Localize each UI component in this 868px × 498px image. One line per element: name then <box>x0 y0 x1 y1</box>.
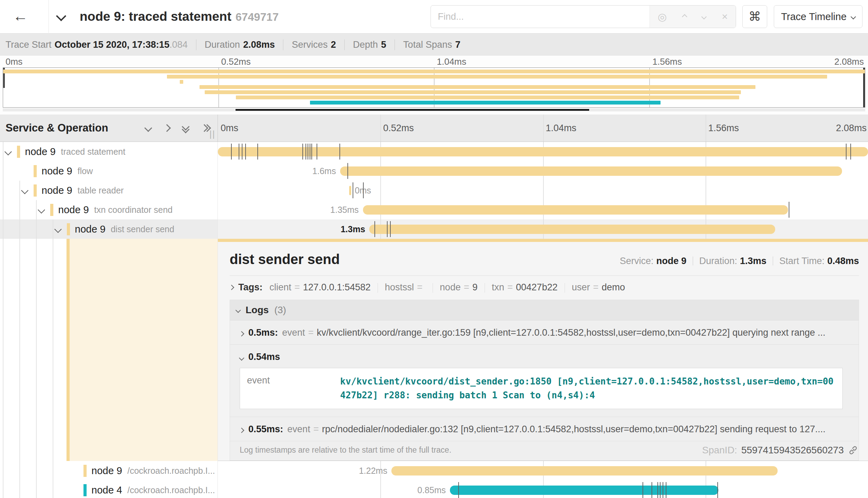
view-selector-button[interactable]: Trace Timeline <box>774 5 862 28</box>
trace-meta-item: Depth5 <box>344 39 386 50</box>
collapse-all-icon[interactable] <box>183 124 188 132</box>
deep-link-icon[interactable] <box>848 445 858 455</box>
span-row[interactable]: node 9flow1.6ms <box>0 161 868 181</box>
next-match-icon[interactable] <box>701 14 707 19</box>
span-duration-label: 1.22ms <box>359 461 387 480</box>
chevron-down-icon <box>236 307 241 313</box>
span-row[interactable]: node 9txn coordinator send1.35ms <box>0 200 868 219</box>
log-row-expanded[interactable]: 0.54ms event kv/kvclient/kvcoord/dist_se… <box>230 344 859 417</box>
clear-find-icon[interactable]: × <box>722 11 728 22</box>
column-title: Service & Operation <box>6 122 108 134</box>
chevron-down-icon[interactable] <box>54 226 62 233</box>
span-duration-bar[interactable] <box>349 186 351 195</box>
log-marker-tick <box>846 144 847 160</box>
ruler-tick-label: 0.52ms <box>221 56 251 67</box>
span-duration-bar[interactable] <box>369 225 775 234</box>
span-name: node 9/cockroach.roachpb.I... <box>91 461 215 480</box>
service-color-bar <box>83 465 87 477</box>
trace-meta-item: Trace StartOctober 15 2020, 17:38:15.084 <box>6 39 188 50</box>
span-tree-cell[interactable]: node 9flow <box>0 161 218 181</box>
chevron-down-icon[interactable] <box>21 187 28 194</box>
collapse-one-icon[interactable] <box>144 124 152 132</box>
collapse-trace-chevron-icon[interactable] <box>57 12 65 21</box>
chevron-down-icon[interactable] <box>38 206 45 214</box>
log-marker-tick <box>302 144 303 160</box>
log-row[interactable]: 0.5ms:event=kv/kvclient/kvcoord/range_it… <box>230 320 859 344</box>
span-duration-bar[interactable] <box>450 486 718 495</box>
minimap-span-bar <box>167 75 827 79</box>
column-resize-handle[interactable]: || <box>209 129 215 139</box>
span-row[interactable]: node 9dist sender send1.3ms <box>0 219 868 239</box>
expanded-tree-column <box>0 239 218 461</box>
gridline <box>543 115 544 142</box>
minimap-scrollbar-handle[interactable] <box>236 109 589 111</box>
log-marker-tick <box>353 182 353 198</box>
log-marker-tick <box>339 144 340 160</box>
log-marker-tick <box>657 482 658 498</box>
log-row[interactable]: 0.55ms:event=rpc/nodedialer/nodedialer.g… <box>230 417 859 441</box>
span-color-strip <box>218 239 868 242</box>
span-duration-bar[interactable] <box>218 147 868 156</box>
span-duration-bar[interactable] <box>340 166 842 176</box>
gridline <box>706 181 706 200</box>
minimap-span-bar <box>310 101 661 105</box>
minimap-scrollbar[interactable] <box>3 108 865 111</box>
span-tree-cell[interactable]: node 9txn coordinator send <box>0 200 218 219</box>
keyboard-shortcuts-button[interactable]: ⌘ <box>742 5 767 28</box>
span-detail-panel: dist sender send Service:node 9Duration:… <box>218 239 868 461</box>
timeline-row[interactable]: 1.35ms <box>218 200 868 219</box>
span-tree-cell[interactable]: node 9traced statement <box>0 142 218 161</box>
prev-match-icon[interactable] <box>682 14 687 19</box>
timeline-row[interactable]: 1.6ms <box>218 161 868 181</box>
span-tree-cell[interactable]: node 4/cockroach.roachpb.I... <box>0 480 218 498</box>
span-name: node 9traced statement <box>25 142 125 161</box>
expand-one-icon[interactable] <box>163 124 171 132</box>
ruler-tick-label: 1.56ms <box>653 56 682 67</box>
timeline-row[interactable]: 1.22ms <box>218 461 868 480</box>
indent-guide <box>3 161 3 181</box>
span-row[interactable]: node 9/cockroach.roachpb.I...1.22ms <box>0 461 868 480</box>
indent-guide <box>36 480 37 498</box>
span-tree-cell[interactable]: node 9dist sender send <box>0 219 218 239</box>
span-row[interactable]: node 9traced statement <box>0 142 868 161</box>
span-row[interactable]: node 4/cockroach.roachpb.I...0.85ms <box>0 480 868 498</box>
indent-guide <box>19 200 20 219</box>
timeline-row[interactable]: 0ms <box>218 181 868 200</box>
logs-section: Logs (3) 0.5ms:event=kv/kvclient/kvcoord… <box>230 300 859 461</box>
indent-guide <box>3 142 3 161</box>
viewport-right-handle[interactable] <box>863 68 865 107</box>
log-marker-tick <box>363 182 364 198</box>
span-tree-cell[interactable]: node 9/cockroach.roachpb.I... <box>0 461 218 480</box>
span-row[interactable]: node 9table reader0ms <box>0 181 868 200</box>
find-input[interactable] <box>431 6 649 28</box>
span-id-value: 5597415943526560273 <box>741 445 844 456</box>
timeline-row[interactable]: 1.3ms <box>218 219 868 239</box>
tag-item: txn=00427b22 <box>492 282 558 292</box>
indent-guide <box>3 219 3 239</box>
span-duration-bar[interactable] <box>363 205 788 215</box>
span-name: node 9txn coordinator send <box>58 200 172 219</box>
minimap-canvas[interactable] <box>3 67 865 108</box>
log-marker-tick <box>387 221 388 237</box>
trace-summary-bar: Trace StartOctober 15 2020, 17:38:15.084… <box>0 34 868 56</box>
minimap-span-bar <box>200 85 755 89</box>
chevron-right-icon <box>239 427 245 433</box>
span-duration-bar[interactable] <box>391 466 778 476</box>
expand-all-icon[interactable] <box>202 125 210 131</box>
divider <box>565 283 565 293</box>
find-controls: ◎ × <box>649 6 736 28</box>
back-button[interactable]: ← <box>5 3 36 28</box>
indent-guide <box>19 239 20 461</box>
log-marker-tick <box>308 144 308 160</box>
log-marker-tick <box>311 144 312 160</box>
span-tree-cell[interactable]: node 9table reader <box>0 181 218 200</box>
tags-accordion[interactable]: Tags: client=127.0.0.1:54582hostssl=node… <box>218 276 868 298</box>
page-title: node 9: traced statement6749717 <box>80 0 279 34</box>
timeline-column-header: Service & Operation || 0ms0.52ms1.04ms1.… <box>0 115 868 142</box>
timeline-row[interactable] <box>218 142 868 161</box>
timeline-row[interactable]: 0.85ms <box>218 480 868 498</box>
logs-accordion-header[interactable]: Logs (3) <box>230 300 859 320</box>
service-color-bar <box>83 484 87 496</box>
chevron-down-icon[interactable] <box>5 148 12 155</box>
match-target-icon[interactable]: ◎ <box>658 11 667 23</box>
